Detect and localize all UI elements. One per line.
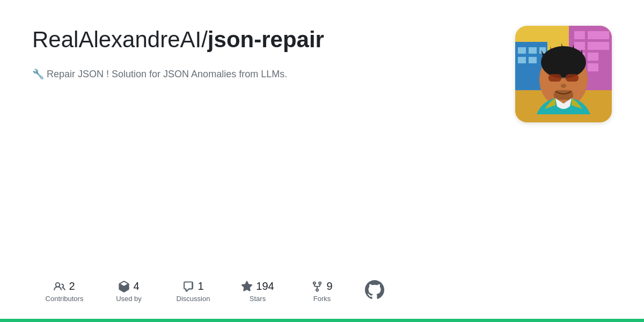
forks-icon	[311, 281, 323, 292]
svg-rect-5	[588, 42, 598, 50]
contributors-icon	[54, 281, 65, 292]
forks-label: Forks	[313, 295, 331, 303]
stars-count: 194	[256, 280, 274, 292]
discussion-icon	[182, 281, 194, 292]
package-icon	[118, 281, 130, 292]
forks-count: 9	[326, 280, 332, 292]
svg-rect-16	[518, 57, 526, 63]
svg-rect-3	[588, 31, 598, 39]
avatar-image	[515, 26, 612, 122]
discussion-label: Discussion	[177, 295, 210, 303]
svg-rect-26	[548, 74, 561, 82]
stat-contributors[interactable]: 2 Contributors	[32, 280, 97, 303]
stat-stars[interactable]: 194 Stars	[225, 280, 290, 303]
svg-rect-10	[598, 31, 609, 39]
repo-description: 🔧 Repair JSON ! Solution for JSON Anomal…	[32, 67, 397, 82]
stat-used-by-top: 4	[118, 280, 139, 292]
svg-rect-11	[598, 42, 609, 50]
svg-rect-4	[574, 42, 585, 50]
contributors-label: Contributors	[46, 295, 84, 303]
used-by-count: 4	[133, 280, 139, 292]
right-section	[494, 26, 612, 303]
svg-point-29	[561, 84, 566, 88]
repo-title: RealAlexandreAI/json-repair	[32, 26, 408, 54]
stars-label: Stars	[250, 295, 266, 303]
stat-contributors-top: 2	[54, 280, 75, 292]
svg-rect-7	[588, 53, 598, 61]
svg-rect-17	[529, 57, 537, 63]
svg-rect-9	[588, 63, 598, 71]
stat-forks-top: 9	[311, 280, 332, 292]
contributors-count: 2	[69, 280, 75, 292]
stat-used-by[interactable]: 4 Used by	[97, 280, 161, 303]
bottom-bar	[0, 319, 644, 322]
github-octocat[interactable]	[365, 280, 384, 299]
svg-rect-14	[529, 47, 537, 54]
stat-forks[interactable]: 9 Forks	[290, 280, 354, 303]
svg-rect-2	[574, 31, 585, 39]
left-section: RealAlexandreAI/json-repair 🔧 Repair JSO…	[32, 26, 494, 303]
octocat-icon	[365, 280, 384, 299]
star-icon	[241, 281, 253, 292]
stats-row: 2 Contributors 4 Used by	[32, 280, 494, 303]
svg-rect-27	[566, 74, 579, 82]
discussion-count: 1	[197, 280, 203, 292]
stat-discussion-top: 1	[182, 280, 203, 292]
used-by-label: Used by	[116, 295, 142, 303]
avatar	[515, 26, 612, 122]
svg-rect-30	[554, 90, 573, 100]
stat-stars-top: 194	[241, 280, 274, 292]
main-content: RealAlexandreAI/json-repair 🔧 Repair JSO…	[0, 0, 644, 319]
stat-discussion[interactable]: 1 Discussion	[161, 280, 225, 303]
svg-rect-13	[518, 47, 526, 54]
